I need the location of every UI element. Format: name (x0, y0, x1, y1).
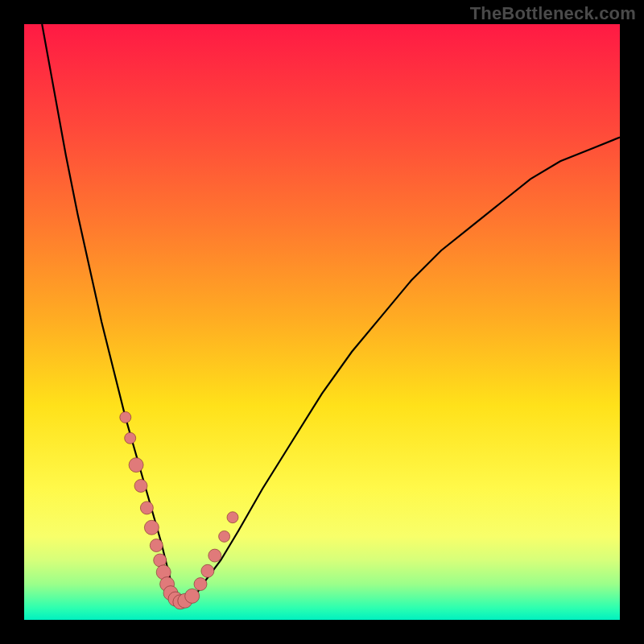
curve-marker (120, 411, 131, 423)
watermark-text: TheBottleneck.com (470, 3, 636, 24)
curve-marker (185, 588, 200, 603)
curve-marker (140, 502, 153, 514)
curve-marker (134, 480, 147, 493)
marker-group (120, 411, 238, 609)
chart-svg (24, 24, 620, 620)
plot-area (24, 24, 620, 620)
chart-frame: TheBottleneck.com (0, 0, 644, 644)
curve-marker (129, 458, 143, 473)
curve-marker (144, 520, 159, 535)
curve-marker (125, 432, 136, 444)
curve-marker (201, 564, 214, 577)
bottleneck-curve (42, 24, 620, 602)
curve-marker (227, 512, 238, 523)
curve-marker (150, 539, 163, 552)
curve-marker (194, 578, 207, 591)
curve-marker (219, 530, 230, 542)
curve-marker (208, 549, 221, 562)
